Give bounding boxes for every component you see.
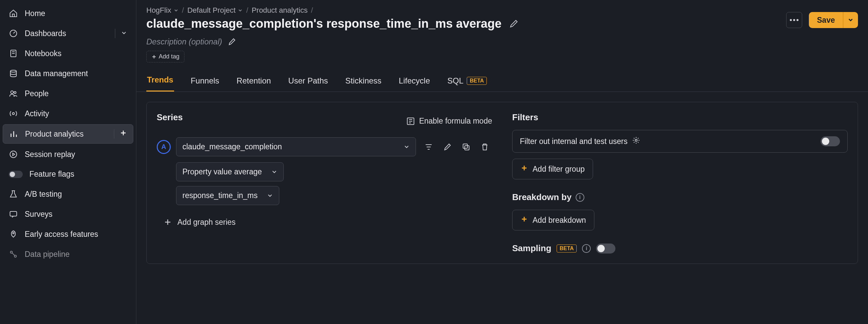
series-title: Series xyxy=(157,112,183,123)
add-tag-button[interactable]: Add tag xyxy=(146,51,184,62)
duplicate-series-button[interactable] xyxy=(459,140,473,154)
divider xyxy=(115,29,115,38)
notebook-icon xyxy=(9,49,18,58)
tab-sql[interactable]: SQLBETA xyxy=(447,70,488,92)
svg-point-12 xyxy=(793,19,795,21)
series-event-select[interactable]: claude_message_completion xyxy=(176,137,416,156)
sampling-toggle[interactable] xyxy=(596,244,615,254)
save-label: Save xyxy=(809,16,843,25)
rocket-icon xyxy=(9,229,18,239)
nav-label: Home xyxy=(25,9,127,18)
nav-product-analytics[interactable]: Product analytics xyxy=(3,124,133,143)
plus-icon[interactable] xyxy=(120,129,127,139)
page-title: claude_message_completion's response_tim… xyxy=(146,17,501,31)
svg-point-4 xyxy=(14,92,16,94)
description-placeholder[interactable]: Description (optional) xyxy=(146,37,222,46)
nav-data-pipeline[interactable]: Data pipeline xyxy=(3,245,133,263)
svg-point-3 xyxy=(11,91,13,94)
breakdown-title: Breakdown by i xyxy=(512,192,848,202)
breadcrumb-project[interactable]: Default Project xyxy=(187,6,243,15)
tab-funnels[interactable]: Funnels xyxy=(190,70,220,92)
nav-dashboards[interactable]: Dashboards xyxy=(3,24,133,43)
svg-rect-7 xyxy=(10,212,17,216)
nav-label: People xyxy=(25,89,127,98)
sampling-beta-badge: BETA xyxy=(557,245,577,253)
pipeline-icon xyxy=(9,250,18,259)
edit-title-button[interactable] xyxy=(507,18,520,30)
nav-ab-testing[interactable]: A/B testing xyxy=(3,185,133,203)
nav-label: Session replay xyxy=(25,150,127,159)
nav-label: Product analytics xyxy=(25,130,107,139)
enable-formula-button[interactable]: Enable formula mode xyxy=(406,117,492,126)
tab-lifecycle[interactable]: Lifecycle xyxy=(398,70,431,92)
edit-description-button[interactable] xyxy=(227,37,237,47)
svg-rect-15 xyxy=(463,144,467,148)
add-breakdown-button[interactable]: Add breakdown xyxy=(512,210,594,230)
nav-activity[interactable]: Activity xyxy=(3,104,133,123)
svg-point-13 xyxy=(797,19,799,21)
beta-badge: BETA xyxy=(467,77,487,85)
nav-people[interactable]: People xyxy=(3,84,133,103)
add-filter-group-button[interactable]: Add filter group xyxy=(512,159,593,180)
nav-notebooks[interactable]: Notebooks xyxy=(3,44,133,63)
tab-retention[interactable]: Retention xyxy=(236,70,272,92)
nav-label: Surveys xyxy=(25,210,127,219)
play-circle-icon xyxy=(9,150,18,159)
svg-rect-16 xyxy=(465,145,469,150)
nav-early-access[interactable]: Early access features xyxy=(3,225,133,244)
chat-icon xyxy=(9,209,18,219)
nav-label: Feature flags xyxy=(29,170,127,179)
svg-point-8 xyxy=(13,232,14,234)
toggle-icon xyxy=(9,171,23,178)
breadcrumb-section[interactable]: Product analytics xyxy=(252,6,308,15)
info-icon[interactable]: i xyxy=(576,193,584,202)
save-dropdown[interactable] xyxy=(843,17,858,23)
nav-home[interactable]: Home xyxy=(3,4,133,23)
rename-series-button[interactable] xyxy=(440,140,455,154)
breadcrumb: HogFlix / Default Project / Product anal… xyxy=(146,6,779,15)
svg-point-11 xyxy=(790,19,792,21)
nav-label: Activity xyxy=(25,109,127,118)
filter-series-button[interactable] xyxy=(421,140,436,154)
nav-session-replay[interactable]: Session replay xyxy=(3,145,133,164)
breadcrumb-org[interactable]: HogFlix xyxy=(146,6,179,15)
save-button[interactable]: Save xyxy=(809,12,858,28)
delete-series-button[interactable] xyxy=(477,140,492,154)
internal-test-toggle[interactable] xyxy=(820,136,840,146)
info-icon[interactable]: i xyxy=(582,244,591,253)
property-select[interactable]: response_time_in_ms xyxy=(176,186,279,205)
tab-stickiness[interactable]: Stickiness xyxy=(345,70,382,92)
broadcast-icon xyxy=(9,109,18,118)
nav-label: Dashboards xyxy=(25,29,108,38)
filters-title: Filters xyxy=(512,112,848,123)
internal-test-filter[interactable]: Filter out internal and test users xyxy=(512,130,848,153)
nav-label: Data pipeline xyxy=(25,250,127,259)
svg-point-17 xyxy=(635,139,637,141)
bar-chart-icon xyxy=(9,129,19,139)
nav-feature-flags[interactable]: Feature flags xyxy=(3,165,133,183)
sidebar: Home Dashboards Notebooks Data managemen… xyxy=(0,0,136,324)
series-letter: A xyxy=(157,140,171,154)
home-icon xyxy=(9,9,18,18)
nav-data-management[interactable]: Data management xyxy=(3,64,133,83)
nav-label: Early access features xyxy=(25,230,127,239)
svg-point-6 xyxy=(10,151,17,158)
sampling-title: Sampling xyxy=(512,243,551,254)
main-content: HogFlix / Default Project / Product anal… xyxy=(136,0,868,324)
more-menu-button[interactable] xyxy=(786,12,802,28)
insight-tabs: Trends Funnels Retention User Paths Stic… xyxy=(136,69,868,92)
nav-surveys[interactable]: Surveys xyxy=(3,205,133,223)
divider xyxy=(114,129,114,139)
gauge-icon xyxy=(9,29,18,38)
gear-icon[interactable] xyxy=(632,136,640,146)
database-icon xyxy=(9,69,18,78)
chevron-down-icon[interactable] xyxy=(121,29,127,38)
nav-label: Data management xyxy=(25,69,127,78)
people-icon xyxy=(9,89,18,98)
tab-trends[interactable]: Trends xyxy=(146,69,174,92)
nav-label: Notebooks xyxy=(25,49,127,58)
add-graph-series-button[interactable]: Add graph series xyxy=(163,213,492,231)
tab-user-paths[interactable]: User Paths xyxy=(288,70,329,92)
aggregation-select[interactable]: Property value average xyxy=(176,162,284,182)
svg-point-5 xyxy=(12,112,14,115)
